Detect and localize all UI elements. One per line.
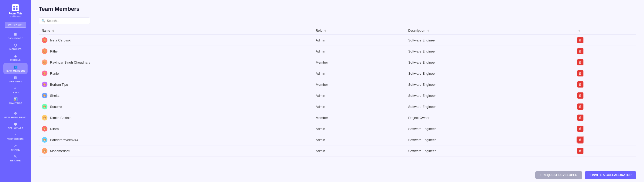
cell-role: Admin: [313, 134, 405, 145]
member-name: Ravindar Singh Choudhary: [50, 60, 90, 64]
delete-button[interactable]: 🗑: [577, 126, 583, 132]
libraries-label: LIBRARIES: [9, 80, 22, 83]
sidebar-item-admin[interactable]: ⚙VIEW ADMIN PANEL: [2, 110, 29, 120]
modules-icon: ⬡: [14, 43, 17, 47]
sidebar-item-libraries[interactable]: ⊟LIBRARIES: [3, 74, 28, 85]
delete-button[interactable]: 🗑: [577, 81, 583, 88]
delete-button[interactable]: 🗑: [577, 92, 583, 99]
delete-button[interactable]: 🗑: [577, 137, 583, 143]
cell-name: 🎨 Raniel: [39, 68, 313, 79]
cell-role: Admin: [313, 46, 405, 57]
member-name: Mohamedsofi: [50, 149, 70, 153]
sidebar-item-dashboard[interactable]: ⊞DASHBOARD: [3, 31, 28, 41]
cell-actions: 🗑: [574, 35, 636, 46]
libraries-icon: ⊟: [14, 76, 17, 80]
member-name: Rithy: [50, 49, 58, 53]
cell-description: Software Engineer: [405, 134, 574, 145]
member-name: Sheila: [50, 94, 59, 98]
search-input[interactable]: [47, 19, 87, 23]
member-name: Dimitri Bekinin: [50, 116, 71, 120]
page-header: Team Members: [31, 0, 644, 15]
app-name: Power Tots: [9, 12, 22, 15]
cell-description: Project Owner: [405, 112, 574, 123]
app-subtitle: mobile-app: [10, 15, 21, 17]
delete-button[interactable]: 🗑: [577, 148, 583, 154]
logo-icon: [12, 4, 19, 11]
cell-actions: 🗑: [574, 123, 636, 134]
members-table: Name ⇅ Role ⇅ Description ⇅ ⇅ 🎨 Iveta Ce…: [39, 27, 636, 157]
table-header: Name ⇅ Role ⇅ Description ⇅ ⇅: [39, 27, 636, 35]
avatar: 🎨: [42, 148, 47, 154]
cell-actions: 🗑: [574, 57, 636, 68]
cell-role: Admin: [313, 35, 405, 46]
table-row: 🎨 Socorro Admin Software Engineer 🗑: [39, 101, 636, 112]
cell-actions: 🗑: [574, 79, 636, 90]
table-row: 🎨 Sheila Admin Software Engineer 🗑: [39, 90, 636, 101]
member-name: Dilara: [50, 127, 59, 131]
desc-sort-icon[interactable]: ⇅: [427, 29, 429, 32]
analytics-icon: 📊: [13, 97, 18, 101]
search-container: 🔍: [39, 18, 90, 24]
avatar: 🎨: [42, 126, 47, 132]
app-logo: Power Tots mobile-app: [7, 3, 24, 19]
member-name: Patidarpraveen244: [50, 138, 78, 142]
delete-button[interactable]: 🗑: [577, 70, 583, 76]
cell-description: Software Engineer: [405, 101, 574, 112]
cell-name: 🎨 Socorro: [39, 101, 313, 112]
delete-button[interactable]: 🗑: [577, 37, 583, 43]
cell-name: 🎨 Dilara: [39, 123, 313, 134]
request-developer-button[interactable]: + REQUEST DEVELOPER: [535, 171, 582, 179]
tasks-icon: ✓: [14, 86, 17, 90]
sidebar-item-tasks[interactable]: ✓TASKS: [3, 85, 28, 96]
delete-button[interactable]: 🗑: [577, 59, 583, 65]
avatar: 🎨: [42, 71, 47, 76]
analytics-label: ANALYTICS: [9, 102, 22, 105]
role-sort-icon[interactable]: ⇅: [324, 29, 326, 32]
switch-app-button[interactable]: SWITCH APP: [5, 22, 26, 28]
col-role: Role ⇅: [313, 27, 405, 35]
cell-name: 🎨 Rithy: [39, 46, 313, 57]
cell-description: Software Engineer: [405, 123, 574, 134]
sidebar-item-analytics[interactable]: 📊ANALYTICS: [3, 96, 28, 106]
sidebar-item-deploy[interactable]: ⬢DEPLOY APP: [2, 120, 29, 131]
member-name: Borhan Tipu: [50, 83, 68, 86]
cell-actions: 🗑: [574, 101, 636, 112]
sidebar-item-team-members[interactable]: 👥TEAM MEMBERS: [3, 63, 28, 74]
table-row: 🎨 Patidarpraveen244 Admin Software Engin…: [39, 134, 636, 145]
svg-rect-3: [16, 8, 18, 10]
table-body: 🎨 Iveta Cerovski Admin Software Engineer…: [39, 35, 636, 157]
deploy-icon: ⬢: [14, 122, 17, 126]
name-sort-icon[interactable]: ⇅: [52, 29, 54, 32]
modules-label: MODULES: [9, 48, 21, 50]
action-sort-icon[interactable]: ⇅: [578, 29, 580, 32]
cell-role: Admin: [313, 145, 405, 157]
footer: + REQUEST DEVELOPER + INVITE A COLLABORA…: [31, 168, 644, 182]
sidebar-item-models[interactable]: ◈MODELS: [3, 52, 28, 63]
cell-name: 🎨 Iveta Cerovski: [39, 35, 313, 46]
sidebar-bottom-nav: ⚙VIEW ADMIN PANEL⬢DEPLOY APP○VISIT GITHU…: [2, 110, 29, 164]
cell-description: Software Engineer: [405, 68, 574, 79]
delete-button[interactable]: 🗑: [577, 48, 583, 54]
delete-button[interactable]: 🗑: [577, 115, 583, 121]
delete-button[interactable]: 🗑: [577, 103, 583, 110]
github-icon: ○: [14, 133, 16, 137]
dashboard-label: DASHBOARD: [7, 37, 23, 40]
member-name: Iveta Cerovski: [50, 38, 71, 42]
models-icon: ◈: [14, 54, 17, 58]
cell-description: Software Engineer: [405, 46, 574, 57]
sidebar-item-share[interactable]: ↗SHARE: [2, 142, 29, 153]
cell-role: Member: [313, 112, 405, 123]
deploy-label: DEPLOY APP: [8, 127, 23, 129]
table-row: 🎨 Borhan Tipu Member Software Engineer 🗑: [39, 79, 636, 90]
svg-rect-0: [13, 6, 15, 7]
sidebar-item-modules[interactable]: ⬡MODULES: [3, 41, 28, 52]
cell-name: 🎨 Dimitri Bekinin: [39, 112, 313, 123]
share-label: SHARE: [11, 149, 20, 151]
table-row: 🎨 Iveta Cerovski Admin Software Engineer…: [39, 35, 636, 46]
cell-description: Software Engineer: [405, 57, 574, 68]
invite-collaborator-button[interactable]: + INVITE A COLLABORATOR: [585, 171, 636, 179]
sidebar-item-rename[interactable]: ✎RENAME: [2, 153, 29, 164]
sidebar-item-github[interactable]: ○VISIT GITHUB: [2, 131, 29, 142]
table-row: 🎨 Dilara Admin Software Engineer 🗑: [39, 123, 636, 134]
team-members-label: TEAM MEMBERS: [5, 70, 26, 72]
